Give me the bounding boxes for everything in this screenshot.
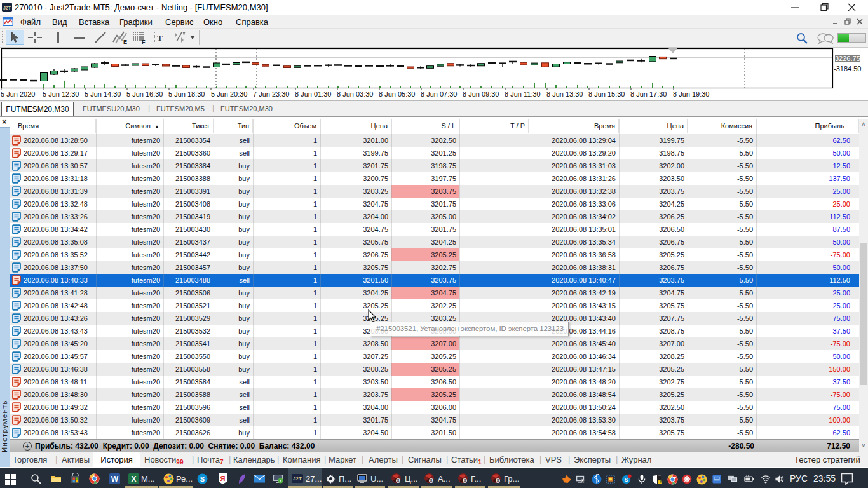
svg-text:8: 8 [430, 478, 433, 483]
svg-text:E: E [123, 39, 127, 44]
svg-text:S: S [624, 476, 628, 483]
svg-text:Я: Я [220, 475, 226, 482]
svg-text:8: 8 [397, 478, 400, 483]
svg-text:!: ! [660, 480, 661, 484]
svg-text:F: F [142, 39, 146, 44]
svg-text:J2T: J2T [293, 476, 302, 482]
svg-text:8: 8 [497, 478, 499, 483]
svg-text:X: X [131, 475, 136, 484]
svg-text:8: 8 [464, 478, 466, 483]
svg-text:J2T: J2T [3, 6, 11, 10]
svg-text:S: S [200, 475, 205, 483]
svg-text:x: x [280, 478, 282, 484]
svg-text:W: W [111, 475, 119, 484]
